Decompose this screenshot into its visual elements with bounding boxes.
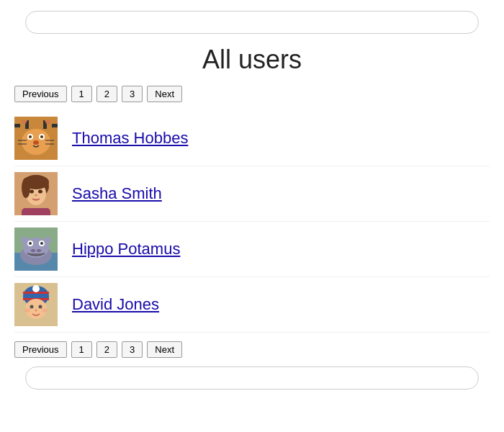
user-list: Thomas Hobbes [14,111,490,333]
svg-point-10 [40,135,43,138]
svg-point-39 [21,237,28,244]
svg-rect-15 [45,143,54,145]
pagination-bottom: Previous 1 2 3 Next [14,341,490,358]
svg-point-38 [37,249,41,252]
next-button-bottom[interactable]: Next [147,341,182,358]
page-2-button-bottom[interactable]: 2 [96,341,117,358]
user-name[interactable]: David Jones [72,295,159,314]
svg-point-49 [35,310,37,312]
svg-rect-13 [18,143,27,145]
bottom-search-container [14,366,490,390]
avatar [14,172,58,215]
page-3-button-top[interactable]: 3 [122,86,143,102]
avatar [14,228,58,271]
page-3-button-bottom[interactable]: 3 [122,341,143,358]
page-2-button-top[interactable]: 2 [96,86,117,102]
page-1-button-bottom[interactable]: 1 [71,341,92,358]
svg-point-40 [44,237,51,244]
user-name[interactable]: Sasha Smith [72,184,162,203]
avatar [14,283,58,326]
svg-rect-14 [45,140,54,141]
svg-point-47 [30,305,34,309]
top-search-container [14,11,490,34]
svg-point-9 [29,135,32,138]
svg-point-35 [29,242,32,245]
svg-rect-45 [23,296,49,298]
svg-point-25 [35,194,37,197]
svg-point-24 [38,190,42,194]
user-name[interactable]: Thomas Hobbes [72,129,188,148]
svg-point-48 [39,305,42,309]
svg-rect-5 [32,119,40,126]
prev-button-bottom[interactable]: Previous [14,341,67,358]
page-title: All users [14,45,490,75]
svg-point-36 [40,242,43,245]
bottom-search-input[interactable] [25,366,479,390]
svg-point-23 [30,190,34,194]
page-1-button-top[interactable]: 1 [71,86,92,102]
svg-rect-1 [14,124,20,127]
next-button-top[interactable]: Next [147,86,182,102]
prev-button-top[interactable]: Previous [14,86,67,102]
svg-point-52 [32,285,40,292]
svg-point-51 [42,308,48,312]
svg-point-37 [31,249,35,252]
pagination-top: Previous 1 2 3 Next [14,86,490,102]
top-search-input[interactable] [25,11,479,34]
svg-point-11 [33,140,39,145]
list-item: Hippo Potamus [14,222,490,277]
svg-point-27 [22,178,30,198]
avatar [14,117,58,160]
list-item: David Jones [14,277,490,333]
svg-rect-12 [18,140,27,141]
svg-point-50 [24,308,30,312]
list-item: Sasha Smith [14,166,490,222]
svg-rect-2 [52,124,58,127]
list-item: Thomas Hobbes [14,111,490,166]
svg-rect-28 [22,208,50,215]
user-name[interactable]: Hippo Potamus [72,240,180,258]
